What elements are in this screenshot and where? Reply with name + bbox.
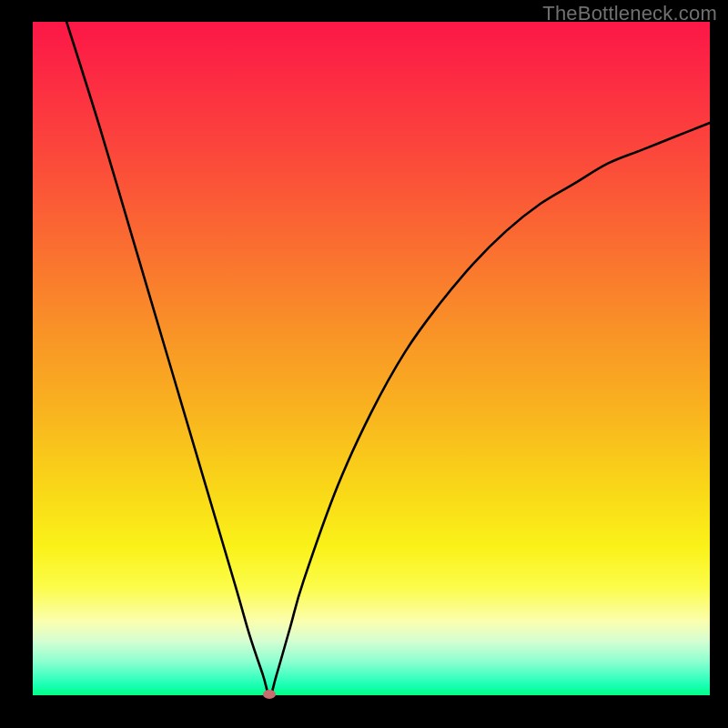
bottleneck-curve [33,22,710,695]
plot-area [33,22,710,695]
chart-frame: TheBottleneck.com [0,0,728,728]
minimum-marker [263,690,276,699]
watermark-text: TheBottleneck.com [542,2,717,25]
